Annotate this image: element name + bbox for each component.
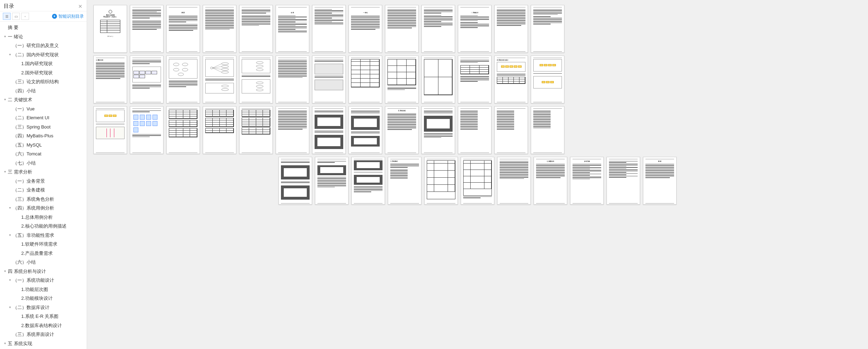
toc-item[interactable]: （二）Element UI	[0, 113, 87, 122]
page-thumbnail[interactable]	[494, 106, 528, 154]
page-thumbnail[interactable]	[239, 5, 273, 53]
page-thumbnail[interactable]	[203, 5, 236, 53]
page-thumbnail[interactable]	[497, 157, 531, 205]
smart-recognize-button[interactable]: ✦ 智能识别目录	[52, 13, 84, 19]
page-thumbnail[interactable]	[130, 5, 163, 53]
page-thumbnail[interactable]	[424, 157, 458, 205]
page-thumbnail[interactable]	[531, 5, 564, 53]
page-thumbnail[interactable]	[421, 56, 455, 103]
toc-item[interactable]: 2.国外研究现状	[0, 68, 87, 78]
toc-item[interactable]: （七）小结	[0, 159, 87, 168]
chevron-down-icon[interactable]: ▾	[3, 34, 7, 39]
page-thumbnail[interactable]	[349, 106, 382, 154]
toc-item[interactable]: （三）Spring Boot	[0, 122, 87, 132]
page-thumbnail[interactable]	[607, 157, 640, 205]
page-thumbnail[interactable]: 致 谢	[643, 157, 677, 205]
page-thumbnail[interactable]: 三 需求分析	[93, 56, 127, 103]
toc-item[interactable]: （一）研究目的及意义	[0, 41, 87, 50]
page-thumbnail[interactable]	[166, 106, 200, 154]
toolbar-list-icon[interactable]: ☰	[3, 13, 11, 20]
page-thumbnail[interactable]	[203, 106, 236, 154]
page-thumbnail[interactable]: 目 录	[276, 5, 309, 53]
chevron-down-icon[interactable]: ▾	[3, 269, 7, 274]
toc-item[interactable]: （五）MySQL	[0, 141, 87, 150]
page-thumbnail[interactable]: 参考文献	[570, 157, 604, 205]
page-thumbnail[interactable]	[278, 157, 312, 205]
page-thumbnail[interactable]	[93, 106, 127, 154]
toc-item[interactable]: （一）Vue	[0, 104, 87, 114]
toc-item[interactable]: （三）系统角色分析	[0, 195, 87, 204]
toc-item[interactable]: ▾三 需求分析	[0, 167, 87, 177]
toc-item[interactable]: （四）小结	[0, 86, 87, 96]
chevron-down-icon[interactable]: ▾	[3, 341, 7, 346]
page-thumbnail[interactable]	[130, 56, 163, 103]
toc-item[interactable]: （二）业务建模	[0, 185, 87, 195]
page-thumbnail[interactable]	[312, 106, 346, 154]
page-thumbnail[interactable]: 重庆工程学院 毕业设计（论文） 2022 年 5 月	[93, 5, 127, 53]
chevron-down-icon[interactable]: ▾	[3, 97, 7, 102]
toc-item[interactable]: ▾四 系统分析与设计	[0, 267, 87, 276]
toc-item[interactable]: ▾（二）国内外研究现状	[0, 50, 87, 59]
toc-item[interactable]: 1.软硬件环境需求	[0, 240, 87, 249]
page-thumbnail[interactable]	[315, 157, 349, 205]
toc-item[interactable]: 1.功能层次图	[0, 285, 87, 294]
toc-item[interactable]: ▾（二）数据库设计	[0, 303, 87, 312]
toc-item[interactable]: （六）Tomcat	[0, 149, 87, 159]
page-thumbnail[interactable]: 一 绪论	[349, 5, 382, 53]
chevron-down-icon[interactable]: ▾	[8, 305, 12, 310]
toolbar-collapse-icon[interactable]: ▫	[21, 13, 29, 20]
toc-item[interactable]: 1.总体用例分析	[0, 213, 87, 222]
chevron-down-icon[interactable]: ▾	[3, 170, 7, 174]
toolbar-expand-icon[interactable]: ▭	[12, 13, 20, 20]
thumbnail-viewport[interactable]: 重庆工程学院 毕业设计（论文） 2022 年 5 月 摘 要 目 录	[87, 0, 868, 349]
page-thumbnail[interactable]	[461, 157, 494, 205]
chevron-down-icon[interactable]: ▾	[8, 233, 12, 238]
page-thumbnail[interactable]	[166, 56, 200, 103]
page-thumbnail[interactable]	[494, 5, 528, 53]
page-thumbnail[interactable]: 七 展望总结	[534, 157, 567, 205]
page-thumbnail[interactable]	[239, 56, 273, 103]
page-thumbnail[interactable]	[239, 106, 273, 154]
page-thumbnail[interactable]	[531, 106, 564, 154]
page-thumbnail[interactable]	[312, 56, 346, 103]
toc-item[interactable]: 1.系统 E-R 关系图	[0, 312, 87, 321]
toc-item[interactable]: （四）MyBatis-Plus	[0, 131, 87, 141]
toc-item[interactable]: ▾一 绪论	[0, 32, 87, 41]
page-thumbnail[interactable]	[458, 106, 492, 154]
page-thumbnail[interactable]	[312, 5, 346, 53]
chevron-down-icon[interactable]: ▾	[8, 206, 12, 211]
page-thumbnail[interactable]: 六 系统测试	[388, 157, 421, 205]
page-thumbnail[interactable]: 摘 要	[166, 5, 200, 53]
page-thumbnail[interactable]	[385, 5, 419, 53]
page-thumbnail[interactable]	[385, 56, 419, 103]
toc-item[interactable]: 2.数据库表结构设计	[0, 321, 87, 330]
toc-item[interactable]: 2.产品质量需求	[0, 249, 87, 258]
page-thumbnail[interactable]	[421, 106, 455, 154]
page-thumbnail[interactable]	[349, 56, 382, 103]
toc-item[interactable]: 摘 要	[0, 23, 87, 32]
toc-item[interactable]: ▾（五）非功能性需求	[0, 231, 87, 240]
chevron-down-icon[interactable]: ▾	[8, 278, 12, 283]
toc-item[interactable]: 2.核心功能的用例描述	[0, 222, 87, 231]
close-icon[interactable]: ✕	[77, 4, 83, 9]
toc-item[interactable]: （六）小结	[0, 258, 87, 267]
chevron-down-icon[interactable]: ▾	[8, 52, 12, 57]
page-thumbnail[interactable]	[351, 157, 385, 205]
page-thumbnail[interactable]	[130, 106, 163, 154]
page-thumbnail[interactable]: 二 关键技术	[458, 5, 492, 53]
page-thumbnail[interactable]	[458, 56, 492, 103]
page-thumbnail[interactable]	[276, 106, 309, 154]
page-thumbnail[interactable]: 五 系统实现	[385, 106, 419, 154]
toc-item[interactable]: ▾二 关键技术	[0, 95, 87, 104]
toc-item[interactable]: ▾（一）系统功能设计	[0, 276, 87, 285]
toc-item[interactable]: ▾（四）系统用例分析	[0, 204, 87, 213]
page-thumbnail[interactable]	[276, 56, 309, 103]
toc-item[interactable]: （一）业务背景	[0, 177, 87, 186]
toc-item[interactable]: 2.功能模块设计	[0, 294, 87, 303]
toc-item[interactable]: （三）论文的组织结构	[0, 77, 87, 86]
page-thumbnail[interactable]	[203, 56, 236, 103]
page-thumbnail[interactable]: 四 系统分析与设计	[494, 56, 528, 103]
toc-item[interactable]: ▾五 系统实现	[0, 339, 87, 348]
page-thumbnail[interactable]	[531, 56, 564, 103]
page-thumbnail[interactable]	[421, 5, 455, 53]
